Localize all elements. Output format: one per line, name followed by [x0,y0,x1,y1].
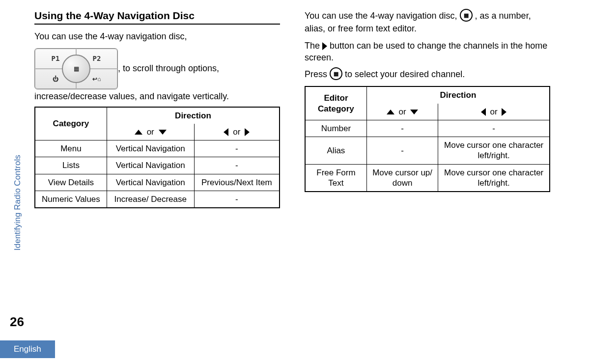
up-icon [387,110,394,114]
cell-leftright: - [194,191,280,208]
cell-leftright: - [194,157,280,174]
or-text: or [490,107,498,116]
cell-leftright: - [194,140,280,157]
table-subheader-updown: or [366,104,438,120]
cell-updown: Vertical Navigation [107,157,194,174]
language-tab: English [0,340,55,358]
right-p2-after: button can be used to change the channel… [305,41,547,62]
table-subheader-leftright: or [194,124,280,140]
right-arrow-icon [322,42,327,50]
up-icon [135,130,142,135]
title-rule [34,24,280,25]
nav-disc-widget: P1 P2 ⏻ ↩⌂ ▦ , to scroll through options… [34,47,280,102]
cell-category: Numeric Values [35,191,107,208]
right-p2: The button can be used to change the cha… [305,40,550,64]
cell-updown: - [366,137,438,165]
cell-category: View Details [35,174,107,191]
table-header-direction: Direction [107,107,280,124]
intro-paragraph-line1: You can use the 4-way navigation disc, [34,30,280,42]
table-subheader-leftright: or [438,104,550,120]
right-p3: Press ▦ to select your desired channel. [305,68,550,81]
right-intro-before: You can use the 4-way navigation disc, [305,11,460,21]
section-title: Using the 4-Way Navigation Disc [34,10,280,22]
cell-updown: Vertical Navigation [107,174,194,191]
page-number: 26 [10,314,24,330]
left-column: Using the 4-Way Navigation Disc You can … [34,10,280,208]
or-text: or [147,127,154,137]
table-header-direction: Direction [366,86,550,103]
cell-category: Alias [305,137,366,165]
cell-category: Menu [35,140,107,157]
table-row: Lists Vertical Navigation - [35,157,280,174]
right-p3-after: to select your desired channel. [345,69,465,79]
editor-table: Editor Category Direction or or Number - [305,86,550,192]
right-icon [502,108,506,116]
table-row: Number - - [305,120,550,137]
table-header-editor-category: Editor Category [305,86,366,120]
table-row: Alias - Move cursor one character left/r… [305,137,550,165]
right-column: You can use the 4-way navigation disc, ▦… [305,10,550,208]
cell-leftright: Move cursor one character left/right. [438,164,550,192]
table-row: View Details Vertical Navigation Previou… [35,174,280,191]
navigation-table: Category Direction or or Menu Vertical N… [34,107,280,209]
cell-updown: Move cursor up/ down [366,164,438,192]
right-p2-before: The [305,41,322,51]
down-icon [410,110,418,114]
cell-category: Free Form Text [305,164,366,192]
cell-leftright: Move cursor one character left/right. [438,137,550,165]
right-icon [245,128,250,136]
table-subheader-updown: or [107,124,194,140]
cell-updown: Increase/ Decrease [107,191,194,208]
cell-updown: - [366,120,438,137]
or-text: or [399,107,406,116]
table-row: Free Form Text Move cursor up/ down Move… [305,164,550,192]
table-header-category: Category [35,107,107,140]
right-p3-before: Press [305,69,330,79]
cell-leftright: - [438,120,550,137]
cell-leftright: Previous/Next Item [194,174,280,191]
intro-text-before: You can use the 4-way navigation disc, [34,31,187,41]
nav-disc-center-button: ▦ [62,55,90,83]
cell-updown: Vertical Navigation [107,140,194,157]
left-icon [481,108,486,116]
cell-category: Lists [35,157,107,174]
left-icon [224,128,228,136]
table-row: Numeric Values Increase/ Decrease - [35,191,280,208]
or-text: or [233,127,240,137]
nav-disc-image: P1 P2 ⏻ ↩⌂ ▦ [34,48,118,89]
cell-category: Number [305,120,366,137]
sidebar-section-label: Identifying Radio Controls [13,155,23,251]
nav-disc-icon: ▦ [460,9,473,22]
right-intro: You can use the 4-way navigation disc, ▦… [305,10,550,35]
down-icon [159,130,167,135]
table-row: Menu Vertical Navigation - [35,140,280,157]
nav-disc-icon: ▦ [330,67,342,80]
